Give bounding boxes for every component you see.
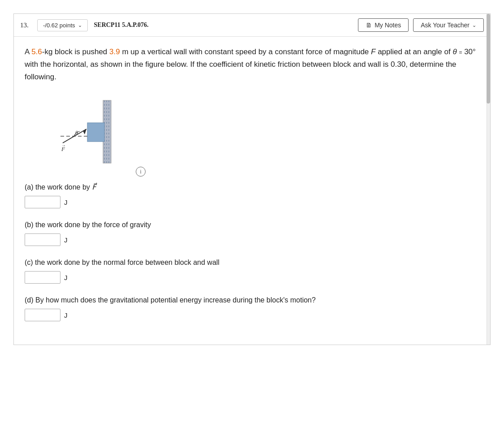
part-d-input[interactable] [25,309,60,321]
part-d-section: (d) By how much does the gravitational p… [25,296,479,321]
question-wrapper: 13. -/0.62 points ⌄ SERCP11 5.A.P.076. 🗎… [13,13,491,345]
part-c-section: (c) the work done by the normal force be… [25,259,479,284]
part-c-answer-row: J [25,271,479,284]
svg-text:→: → [61,143,66,148]
part-a-unit: J [64,199,68,206]
problem-text: A 5.6-kg block is pushed 3.9 m up a vert… [25,46,479,83]
question-number: 13. [20,22,31,29]
theta-notation: θ = 30° [452,47,475,56]
scrollbar-thumb[interactable] [487,14,490,104]
highlight-mass: 5.6 [31,47,42,56]
points-button[interactable]: -/0.62 points ⌄ [37,19,88,31]
part-b-section: (b) the work done by the force of gravit… [25,221,479,246]
part-b-answer-row: J [25,233,479,246]
part-a-input[interactable] [25,196,60,208]
part-b-unit: J [64,236,68,244]
header-right: 🗎 My Notes Ask Your Teacher ⌄ [358,18,484,32]
physics-diagram: θ F → [38,91,137,172]
question-code: SERCP11 5.A.P.076. [94,22,149,29]
scrollbar-track [487,14,490,345]
force-F: F [371,47,375,56]
part-a-section: (a) the work done by F⃗ J [25,183,479,208]
info-icon[interactable]: i [136,167,146,177]
part-b-input[interactable] [25,233,60,246]
my-notes-label: My Notes [375,22,401,29]
figure-area: θ F → i [38,91,479,172]
part-c-unit: J [64,274,68,281]
part-a-F-vec: F⃗ [92,183,96,191]
part-c-label: (c) the work done by the normal force be… [25,259,479,267]
page-container: 13. -/0.62 points ⌄ SERCP11 5.A.P.076. 🗎… [0,0,504,423]
ask-teacher-label: Ask Your Teacher [421,22,470,29]
notes-icon: 🗎 [366,22,372,29]
svg-line-6 [63,129,86,143]
question-body: A 5.6-kg block is pushed 3.9 m up a vert… [14,37,490,345]
part-a-label: (a) the work done by F⃗ [25,183,479,191]
question-header: 13. -/0.62 points ⌄ SERCP11 5.A.P.076. 🗎… [14,14,490,37]
points-chevron-icon: ⌄ [78,22,82,28]
ask-teacher-button[interactable]: Ask Your Teacher ⌄ [413,18,484,32]
part-c-input[interactable] [25,271,60,284]
part-d-label: (d) By how much does the gravitational p… [25,296,479,304]
points-label: -/0.62 points [43,22,75,29]
my-notes-button[interactable]: 🗎 My Notes [358,18,409,32]
part-a-answer-row: J [25,196,479,208]
part-b-label: (b) the work done by the force of gravit… [25,221,479,229]
figure-svg: θ F → i [38,91,137,172]
svg-rect-4 [87,123,104,142]
ask-teacher-chevron-icon: ⌄ [472,22,476,28]
part-d-unit: J [64,311,68,319]
part-d-answer-row: J [25,309,479,321]
svg-text:θ: θ [75,130,78,136]
highlight-distance: 3.9 [109,47,120,56]
